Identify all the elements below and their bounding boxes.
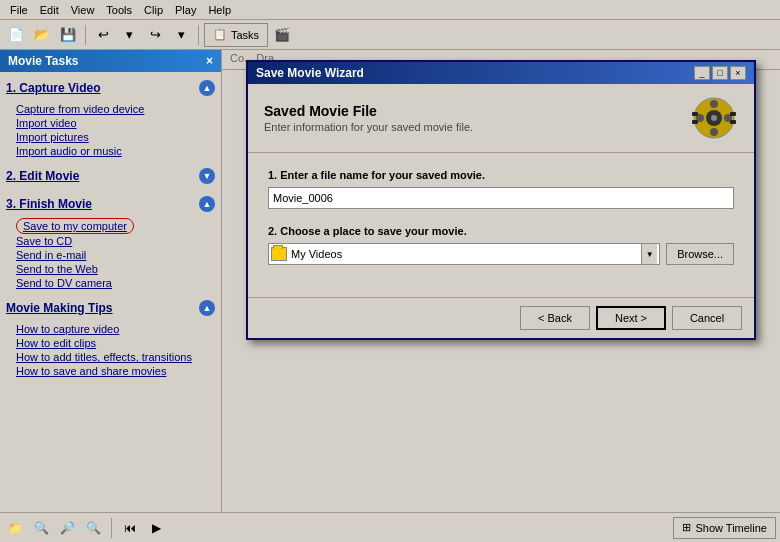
dialog-header-subtitle: Enter information for your saved movie f…	[264, 121, 473, 133]
section-finish-header[interactable]: 3. Finish Movie ▲	[0, 192, 221, 216]
section-tips-title[interactable]: Movie Making Tips	[6, 301, 112, 315]
browse-button[interactable]: Browse...	[666, 243, 734, 265]
dialog-header: Saved Movie File Enter information for y…	[248, 84, 754, 153]
section-tips-items: How to capture video How to edit clips H…	[0, 320, 221, 380]
link-import-pictures[interactable]: Import pictures	[16, 130, 205, 144]
dialog-footer: < Back Next > Cancel	[248, 297, 754, 338]
folder-icon	[271, 247, 287, 261]
link-send-web[interactable]: Send to the Web	[16, 262, 205, 276]
dialog-maximize-button[interactable]: □	[712, 66, 728, 80]
section-finish-items: Save to my computer Save to CD Send in e…	[0, 216, 221, 292]
extra-btn[interactable]: 🎬	[270, 23, 294, 47]
step1-label: 1. Enter a file name for your saved movi…	[268, 169, 734, 181]
filename-group: 1. Enter a file name for your saved movi…	[268, 169, 734, 209]
redo-dropdown[interactable]: ▾	[169, 23, 193, 47]
svg-rect-8	[730, 120, 736, 124]
link-capture-device[interactable]: Capture from video device	[16, 102, 205, 116]
dialog-minimize-button[interactable]: _	[694, 66, 710, 80]
status-zoom-in-button[interactable]: 🔍	[82, 517, 104, 539]
dialog-header-text: Saved Movie File Enter information for y…	[264, 103, 473, 133]
menu-view[interactable]: View	[65, 2, 101, 18]
status-play-button[interactable]: ▶	[145, 517, 167, 539]
filename-input[interactable]	[268, 187, 734, 209]
link-send-dv[interactable]: Send to DV camera	[16, 276, 205, 290]
section-tips-header[interactable]: Movie Making Tips ▲	[0, 296, 221, 320]
redo-button[interactable]: ↪	[143, 23, 167, 47]
link-send-email[interactable]: Send in e-mail	[16, 248, 205, 262]
status-search-button[interactable]: 🔍	[30, 517, 52, 539]
film-reel-icon	[690, 94, 738, 142]
link-import-video[interactable]: Import video	[16, 116, 205, 130]
dialog-overlay: Save Movie Wizard _ □ × Saved Movie File…	[222, 50, 780, 512]
menu-edit[interactable]: Edit	[34, 2, 65, 18]
section-tips-arrow: ▲	[199, 300, 215, 316]
toolbar-separator	[85, 25, 86, 45]
show-timeline-button[interactable]: ⊞ Show Timeline	[673, 517, 776, 539]
cancel-button[interactable]: Cancel	[672, 306, 742, 330]
status-bar: 📁 🔍 🔎 🔍 ⏮ ▶ ⊞ Show Timeline	[0, 512, 780, 542]
dialog-close-button[interactable]: ×	[730, 66, 746, 80]
location-group: 2. Choose a place to save your movie. My…	[268, 225, 734, 265]
svg-point-4	[710, 128, 718, 136]
section-capture-header[interactable]: 1. Capture Video ▲	[0, 76, 221, 100]
location-dropdown-arrow[interactable]: ▼	[641, 244, 657, 264]
panel-header: Movie Tasks ×	[0, 50, 221, 72]
tasks-icon: 📋	[213, 28, 227, 41]
tasks-button[interactable]: 📋 Tasks	[204, 23, 268, 47]
status-rewind-button[interactable]: ⏮	[119, 517, 141, 539]
timeline-icon: ⊞	[682, 521, 691, 534]
undo-button[interactable]: ↩	[91, 23, 115, 47]
toolbar: 📄 📂 💾 ↩ ▾ ↪ ▾ 📋 Tasks 🎬	[0, 20, 780, 50]
section-finish-arrow: ▲	[199, 196, 215, 212]
section-capture-title[interactable]: 1. Capture Video	[6, 81, 100, 95]
link-titles-tip[interactable]: How to add titles, effects, transitions	[16, 350, 205, 364]
svg-rect-7	[730, 112, 736, 116]
dialog-title-buttons: _ □ ×	[694, 66, 746, 80]
location-select-wrap[interactable]: My Videos ▼	[268, 243, 660, 265]
next-button[interactable]: Next >	[596, 306, 666, 330]
link-edit-clips-tip[interactable]: How to edit clips	[16, 336, 205, 350]
section-edit-arrow: ▼	[199, 168, 215, 184]
tasks-label: Tasks	[231, 29, 259, 41]
status-folder-button[interactable]: 📁	[4, 517, 26, 539]
menu-file[interactable]: File	[4, 2, 34, 18]
menu-tools[interactable]: Tools	[100, 2, 138, 18]
link-save-share-tip[interactable]: How to save and share movies	[16, 364, 205, 378]
panel-close-button[interactable]: ×	[206, 54, 213, 68]
status-separator	[111, 518, 112, 538]
svg-rect-9	[692, 112, 698, 116]
link-import-audio[interactable]: Import audio or music	[16, 144, 205, 158]
section-finish-title[interactable]: 3. Finish Movie	[6, 197, 92, 211]
section-capture-arrow: ▲	[199, 80, 215, 96]
content-area: Co... Dra... Save Movie Wizard _ □ × Sav	[222, 50, 780, 512]
svg-rect-10	[692, 120, 698, 124]
back-button[interactable]: < Back	[520, 306, 590, 330]
toolbar-separator2	[198, 25, 199, 45]
menu-clip[interactable]: Clip	[138, 2, 169, 18]
location-value: My Videos	[291, 248, 641, 260]
link-save-cd[interactable]: Save to CD	[16, 234, 205, 248]
link-capture-video-tip[interactable]: How to capture video	[16, 322, 205, 336]
timeline-label: Show Timeline	[695, 522, 767, 534]
dialog-content: 1. Enter a file name for your saved movi…	[248, 153, 754, 297]
status-zoom-out-button[interactable]: 🔎	[56, 517, 78, 539]
location-row: My Videos ▼ Browse...	[268, 243, 734, 265]
save-button[interactable]: 💾	[56, 23, 80, 47]
undo-dropdown[interactable]: ▾	[117, 23, 141, 47]
menu-play[interactable]: Play	[169, 2, 202, 18]
dialog-title: Save Movie Wizard	[256, 66, 364, 80]
menu-help[interactable]: Help	[202, 2, 237, 18]
save-movie-dialog: Save Movie Wizard _ □ × Saved Movie File…	[246, 60, 756, 340]
svg-point-2	[711, 115, 717, 121]
new-button[interactable]: 📄	[4, 23, 28, 47]
section-capture-items: Capture from video device Import video I…	[0, 100, 221, 160]
section-edit-title[interactable]: 2. Edit Movie	[6, 169, 79, 183]
link-save-computer[interactable]: Save to my computer	[16, 218, 134, 234]
svg-point-3	[710, 100, 718, 108]
panel-title: Movie Tasks	[8, 54, 78, 68]
left-panel: Movie Tasks × 1. Capture Video ▲ Capture…	[0, 50, 222, 512]
step2-label: 2. Choose a place to save your movie.	[268, 225, 734, 237]
open-button[interactable]: 📂	[30, 23, 54, 47]
menubar: File Edit View Tools Clip Play Help	[0, 0, 780, 20]
section-edit-header[interactable]: 2. Edit Movie ▼	[0, 164, 221, 188]
